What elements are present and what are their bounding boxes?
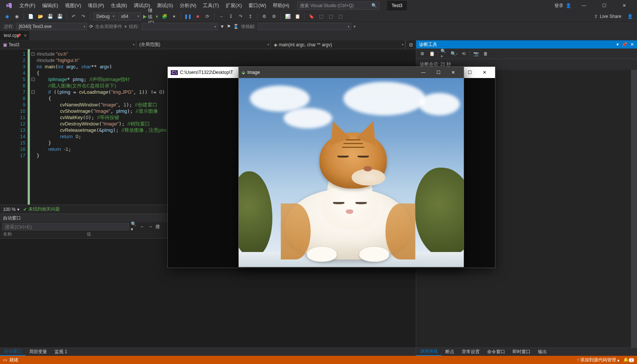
tool-button-7[interactable]: ⬚ [327, 12, 335, 21]
tab-close-icon[interactable]: ✕ [24, 33, 27, 38]
window-close-button[interactable]: ✕ [617, 0, 632, 11]
diagnostic-title-bar[interactable]: 诊断工具 ▾ 📌 ✕ [416, 40, 637, 49]
nav-back-button[interactable]: ◉ [3, 12, 11, 21]
threads-icon[interactable]: 🧵 [233, 24, 239, 29]
live-share-button[interactable]: ⇪ Live Share [594, 14, 624, 19]
select-tools-icon[interactable]: 📋 [428, 50, 436, 57]
menu-window[interactable]: 窗口(W) [245, 1, 269, 10]
console-close-button[interactable]: ✕ [477, 67, 492, 78]
gc-icon[interactable]: 🗑 [482, 50, 489, 57]
open-button[interactable]: 📂 [36, 12, 44, 21]
continue-button[interactable]: ▶ 继续(C) ▾ [146, 12, 155, 21]
zoom-dropdown[interactable]: 100 % ▾ [3, 207, 19, 212]
quick-launch-input[interactable]: 搜索 Visual Studio (Ctrl+Q) 🔍 [297, 1, 380, 10]
console-maximize-button[interactable]: ☐ [462, 67, 477, 78]
menu-view[interactable]: 视图(V) [62, 1, 84, 10]
pin-icon[interactable]: 📌 [16, 34, 21, 38]
notifications-button[interactable]: 🔔2 [623, 357, 634, 363]
tool-button-1[interactable]: ⚙ [260, 12, 268, 21]
tool-button-2[interactable]: ⚙ [270, 12, 278, 21]
image-minimize-button[interactable]: — [416, 67, 431, 78]
debug-target-button[interactable]: 🧩 [160, 12, 168, 21]
save-all-button[interactable]: 💾 [56, 12, 64, 21]
tab-autos[interactable]: 自动窗口 [0, 348, 25, 356]
pin-icon[interactable]: 📌 [622, 42, 627, 47]
tab-locals[interactable]: 局部变量 [25, 348, 51, 356]
col-value[interactable]: 值 [87, 231, 91, 238]
menu-build[interactable]: 生成(B) [108, 1, 130, 10]
show-next-statement-button[interactable]: → [217, 12, 225, 21]
pause-button[interactable]: ❚❚ [184, 12, 192, 21]
zoom-in-icon[interactable]: 🔍+ [440, 50, 448, 57]
search-icon[interactable]: 🔍▾ [131, 223, 137, 230]
split-editor-button[interactable]: ⊟ [405, 40, 416, 49]
image-close-button[interactable]: ✕ [446, 67, 461, 78]
no-issues-indicator[interactable]: ✔ 未找到相关问题 [23, 206, 60, 212]
step-out-button[interactable]: ↥ [246, 12, 254, 21]
zoom-out-icon[interactable]: 🔍- [450, 50, 458, 57]
tab-exceptions[interactable]: 异常设置 [458, 348, 483, 356]
reset-zoom-icon[interactable]: ⟲ [460, 50, 467, 57]
menu-file[interactable]: 文件(F) [16, 1, 38, 10]
scrollbar-v[interactable] [631, 70, 637, 348]
image-window[interactable]: ⬙ Image — ☐ ✕ [238, 66, 464, 267]
menu-edit[interactable]: 编辑(E) [39, 1, 61, 10]
tool-button-3[interactable]: 📊 [284, 12, 292, 21]
step-over-button[interactable]: ↷ [236, 12, 245, 21]
lifecycle-events-icon[interactable]: ⟳ [89, 24, 93, 29]
window-minimize-button[interactable]: — [576, 0, 591, 11]
tab-watch1[interactable]: 监视 1 [51, 348, 71, 356]
new-project-button[interactable]: 📄 [27, 12, 35, 21]
snapshot-icon[interactable]: 📷 [472, 50, 480, 57]
step-into-button[interactable]: ↧ [227, 12, 235, 21]
thread-dropdown[interactable] [142, 23, 218, 30]
menu-help[interactable]: 帮助(H) [270, 1, 292, 10]
restart-button[interactable]: ⟳ [203, 12, 211, 21]
nav-fwd-icon[interactable]: → [147, 223, 154, 230]
platform-dropdown[interactable]: x64 [118, 12, 141, 21]
flag-icon[interactable]: ⚑ [227, 24, 231, 29]
menu-test[interactable]: 测试(S) [154, 1, 176, 10]
fold-column[interactable]: − − − [30, 49, 36, 205]
window-maximize-button[interactable]: ☐ [597, 0, 612, 11]
close-icon[interactable]: ✕ [630, 42, 634, 47]
filter-icon[interactable]: ▼ [220, 24, 225, 29]
stop-button[interactable]: ■ [194, 12, 202, 21]
tab-callstack[interactable]: 调用堆栈 [416, 348, 442, 356]
tool-button-6[interactable]: ⬚ [317, 12, 325, 21]
menu-analyze[interactable]: 分析(N) [177, 1, 199, 10]
tab-test-cpp[interactable]: test.cpp 📌 ✕ [0, 31, 29, 40]
settings-icon[interactable]: ⚙ [418, 50, 426, 57]
dropdown-icon[interactable]: ▾ [616, 42, 619, 47]
autos-search-input[interactable] [2, 223, 129, 230]
source-control-button[interactable]: ↑ 添加到源代码管理 ▴ [577, 357, 620, 363]
config-dropdown[interactable]: Debug [93, 12, 116, 21]
tab-output[interactable]: 输出 [534, 348, 551, 356]
tab-breakpoints[interactable]: 断点 [442, 348, 458, 356]
tool-button-8[interactable]: ⬚ [336, 12, 344, 21]
stackframe-dropdown[interactable] [258, 23, 351, 30]
project-scope-dropdown[interactable]: ▣ Test3▾ [0, 40, 136, 49]
tool-button-5[interactable]: 🔖 [307, 12, 315, 21]
menu-project[interactable]: 项目(P) [85, 1, 107, 10]
debug-dropdown-icon[interactable]: ▾ [170, 12, 178, 21]
nav-back-icon[interactable]: ← [139, 223, 146, 230]
image-maximize-button[interactable]: ☐ [431, 67, 446, 78]
menu-tools[interactable]: 工具(T) [200, 1, 222, 10]
nav-forward-button[interactable]: ◉ [13, 12, 21, 21]
save-button[interactable]: 💾 [46, 12, 54, 21]
menu-extensions[interactable]: 扩展(X) [223, 1, 245, 10]
tool-button-4[interactable]: 📋 [293, 12, 302, 21]
col-name[interactable]: 名称 [3, 231, 12, 238]
redo-button[interactable]: ↷ [79, 12, 87, 21]
type-scope-dropdown[interactable]: (全局范围)▾ [136, 40, 271, 49]
tab-command[interactable]: 命令窗口 [483, 348, 509, 356]
tab-immediate[interactable]: 即时窗口 [509, 348, 534, 356]
process-dropdown[interactable]: [6340] Test3.exe [16, 23, 87, 30]
member-dropdown[interactable]: ◈ main(int argc, char ** argv)▾ [271, 40, 405, 49]
sign-in-button[interactable]: 登录 👤 [554, 3, 571, 9]
debug-location-toolbar: 进程: [6340] Test3.exe ⟳ 生命周期事件 ▾ 线程: ▼ ⚑ … [0, 22, 637, 31]
undo-button[interactable]: ↶ [69, 12, 78, 21]
image-titlebar[interactable]: ⬙ Image — ☐ ✕ [239, 67, 464, 78]
feedback-button[interactable]: 👤 [626, 12, 634, 21]
